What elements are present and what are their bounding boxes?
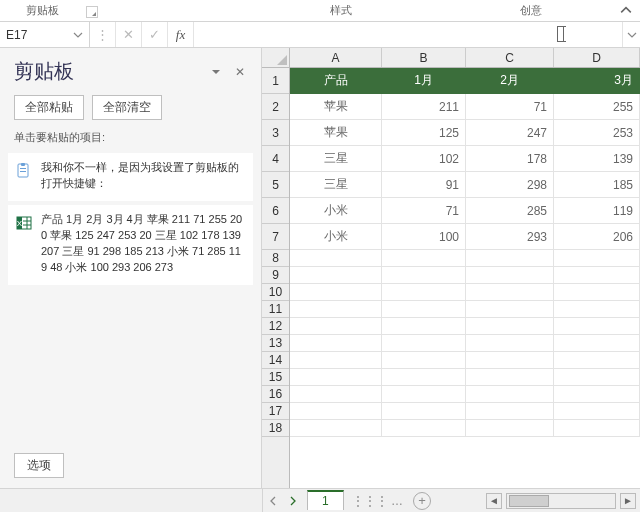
cell[interactable] (382, 403, 466, 420)
column-header[interactable]: C (466, 48, 554, 67)
cell[interactable] (382, 267, 466, 284)
cell[interactable]: 71 (466, 94, 554, 120)
row-header[interactable]: 4 (262, 146, 289, 172)
select-all-corner[interactable] (262, 48, 290, 68)
cell[interactable] (466, 267, 554, 284)
spreadsheet[interactable]: ABCD 123456789101112131415161718 产品1月2月3… (262, 48, 640, 488)
row-header[interactable]: 12 (262, 318, 289, 335)
cell[interactable] (554, 301, 640, 318)
row-header[interactable]: 14 (262, 352, 289, 369)
scroll-thumb[interactable] (509, 495, 549, 507)
cell[interactable]: 2月 (466, 68, 554, 94)
cell[interactable] (466, 420, 554, 437)
cell[interactable] (290, 301, 382, 318)
row-header[interactable]: 6 (262, 198, 289, 224)
cell[interactable]: 185 (554, 172, 640, 198)
name-box-dropdown-icon[interactable] (73, 30, 83, 40)
cell[interactable]: 206 (554, 224, 640, 250)
cell[interactable] (466, 386, 554, 403)
cell[interactable]: 253 (554, 120, 640, 146)
cell[interactable] (290, 335, 382, 352)
tab-scroll-left-icon[interactable] (263, 490, 283, 512)
cell[interactable] (554, 284, 640, 301)
cell[interactable]: 102 (382, 146, 466, 172)
cell[interactable] (290, 267, 382, 284)
cell[interactable] (290, 403, 382, 420)
tab-scroll-right-icon[interactable] (283, 490, 303, 512)
column-header[interactable]: D (554, 48, 640, 67)
column-header[interactable]: A (290, 48, 382, 67)
close-pane-icon[interactable]: ✕ (231, 63, 249, 81)
cell[interactable] (382, 369, 466, 386)
cell[interactable]: 119 (554, 198, 640, 224)
cell[interactable] (554, 386, 640, 403)
clear-all-button[interactable]: 全部清空 (92, 95, 162, 120)
cell[interactable] (554, 335, 640, 352)
horizontal-scrollbar[interactable]: ◄ ► (431, 493, 640, 509)
add-sheet-button[interactable]: + (413, 492, 431, 510)
column-header[interactable]: B (382, 48, 466, 67)
cell[interactable] (290, 352, 382, 369)
expand-formula-bar-icon[interactable] (622, 22, 640, 47)
cell[interactable]: 3月 (554, 68, 640, 94)
formula-input[interactable] (194, 22, 622, 47)
clipboard-launcher-icon[interactable] (86, 6, 98, 18)
insert-function-button[interactable]: fx (168, 22, 194, 47)
row-headers[interactable]: 123456789101112131415161718 (262, 68, 290, 488)
cancel-formula-button[interactable]: ✕ (116, 22, 142, 47)
clipboard-item[interactable]: 我和你不一样，是因为我设置了剪贴板的打开快捷键： (8, 153, 253, 201)
name-box[interactable]: E17 (0, 22, 90, 47)
row-header[interactable]: 15 (262, 369, 289, 386)
cell[interactable] (382, 335, 466, 352)
cell[interactable]: 苹果 (290, 120, 382, 146)
cell[interactable] (382, 284, 466, 301)
cell[interactable] (554, 250, 640, 267)
paste-all-button[interactable]: 全部粘贴 (14, 95, 84, 120)
cell[interactable] (554, 369, 640, 386)
cell[interactable] (554, 403, 640, 420)
cell[interactable]: 211 (382, 94, 466, 120)
row-header[interactable]: 11 (262, 301, 289, 318)
cell[interactable]: 255 (554, 94, 640, 120)
cell[interactable] (382, 386, 466, 403)
pane-menu-icon[interactable] (207, 63, 225, 81)
cell[interactable]: 298 (466, 172, 554, 198)
cell[interactable] (290, 284, 382, 301)
cell[interactable]: 91 (382, 172, 466, 198)
cell[interactable]: 1月 (382, 68, 466, 94)
cell[interactable] (466, 301, 554, 318)
cell[interactable]: 苹果 (290, 94, 382, 120)
row-header[interactable]: 3 (262, 120, 289, 146)
row-header[interactable]: 13 (262, 335, 289, 352)
cell[interactable] (382, 420, 466, 437)
clipboard-options-button[interactable]: 选项 (14, 453, 64, 478)
cell[interactable] (382, 250, 466, 267)
row-header[interactable]: 8 (262, 250, 289, 267)
cell[interactable]: 293 (466, 224, 554, 250)
cell[interactable] (466, 318, 554, 335)
cell[interactable]: 产品 (290, 68, 382, 94)
cell[interactable] (466, 369, 554, 386)
row-header[interactable]: 1 (262, 68, 289, 94)
row-header[interactable]: 7 (262, 224, 289, 250)
cell[interactable]: 178 (466, 146, 554, 172)
row-header[interactable]: 2 (262, 94, 289, 120)
cell[interactable] (290, 369, 382, 386)
cell[interactable] (290, 318, 382, 335)
cell[interactable] (290, 386, 382, 403)
cell[interactable] (290, 420, 382, 437)
row-header[interactable]: 18 (262, 420, 289, 437)
column-headers[interactable]: ABCD (290, 48, 640, 68)
scroll-right-button[interactable]: ► (620, 493, 636, 509)
confirm-formula-button[interactable]: ✓ (142, 22, 168, 47)
row-header[interactable]: 10 (262, 284, 289, 301)
cell[interactable]: 139 (554, 146, 640, 172)
row-header[interactable]: 9 (262, 267, 289, 284)
cell[interactable] (466, 352, 554, 369)
row-header[interactable]: 16 (262, 386, 289, 403)
scroll-left-button[interactable]: ◄ (486, 493, 502, 509)
row-header[interactable]: 17 (262, 403, 289, 420)
cell[interactable]: 125 (382, 120, 466, 146)
cell[interactable]: 小米 (290, 224, 382, 250)
cell[interactable]: 71 (382, 198, 466, 224)
